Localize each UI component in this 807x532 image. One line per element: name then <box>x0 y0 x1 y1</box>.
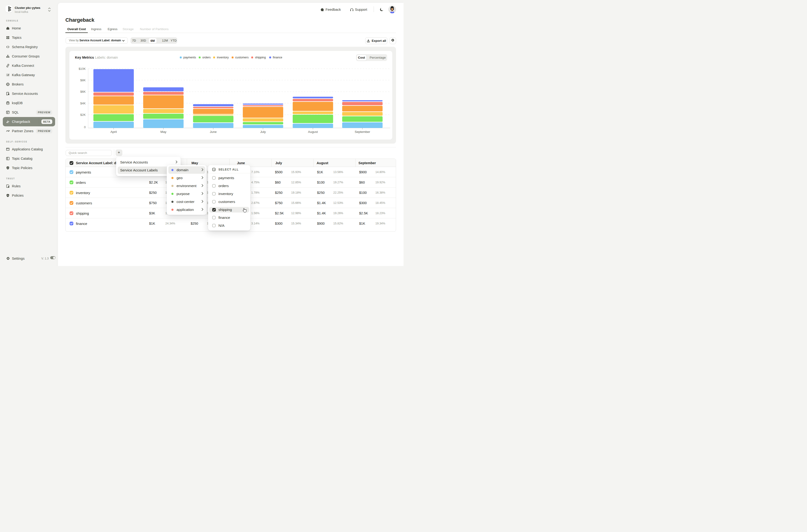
svg-text:May: May <box>160 130 166 134</box>
svg-text:$2K: $2K <box>80 113 85 116</box>
svg-text:$8K: $8K <box>80 78 85 82</box>
svg-text:$10K: $10K <box>78 67 86 71</box>
svg-text:April: April <box>110 130 116 134</box>
svg-text:$4K: $4K <box>80 101 85 105</box>
svg-text:August: August <box>308 130 318 134</box>
svg-text:July: July <box>260 130 266 134</box>
svg-text:0: 0 <box>84 126 85 129</box>
svg-text:September: September <box>354 130 370 134</box>
svg-text:June: June <box>210 130 216 134</box>
svg-text:$6K: $6K <box>80 90 85 93</box>
